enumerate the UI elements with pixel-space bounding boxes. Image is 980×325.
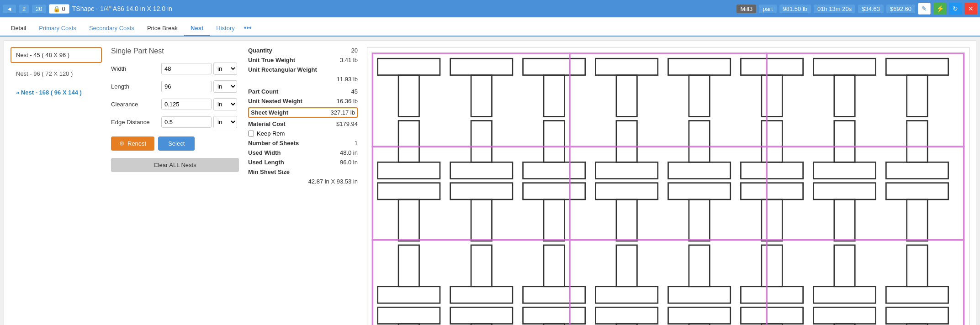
lock-icon: 🔒 xyxy=(53,5,60,12)
nav-prev-button[interactable]: ◄ xyxy=(3,5,16,13)
mill-badge: Mill3 xyxy=(736,5,756,13)
top-bar: ◄ 2 20 🔒 0 TShape - 1/4" A36 14.0 in X 1… xyxy=(0,0,980,17)
length-row: Length in mm xyxy=(111,80,239,93)
nest-item-0[interactable]: Nest - 45 ( 48 X 96 ) xyxy=(11,47,102,63)
nest-item-1[interactable]: Nest - 96 ( 72 X 120 ) xyxy=(11,66,102,82)
num-sheets-stat: Number of Sheets 1 xyxy=(248,140,358,147)
length-unit-select[interactable]: in mm xyxy=(213,80,237,93)
part-count-stat: Part Count 45 xyxy=(248,88,358,95)
unit-nested-weight-value: 16.36 lb xyxy=(337,98,358,105)
used-length-label: Used Length xyxy=(248,159,284,166)
cost2-display: $692.60 xyxy=(886,5,915,13)
length-label: Length xyxy=(111,83,161,90)
material-cost-label: Material Cost xyxy=(248,121,286,127)
renest-button[interactable]: ⚙ Renest xyxy=(111,136,154,151)
unit-nested-weight-stat: Unit Nested Weight 16.36 lb xyxy=(248,98,358,105)
cost1-display: $34.63 xyxy=(858,5,884,13)
edge-distance-input[interactable] xyxy=(161,116,212,128)
tab-secondary-costs[interactable]: Secondary Costs xyxy=(83,21,141,37)
min-sheet-size-value: 42.87 in X 93.53 in xyxy=(308,178,358,185)
edge-unit-select[interactable]: in mm xyxy=(213,116,237,128)
quantity-badge: 20 xyxy=(32,5,46,13)
num-sheets-value: 1 xyxy=(355,140,358,147)
clear-button-container: Clear ALL Nests xyxy=(111,154,239,172)
edit-button[interactable]: ✎ xyxy=(918,3,931,15)
main-content: Nest - 45 ( 48 X 96 ) Nest - 96 ( 72 X 1… xyxy=(4,40,976,325)
tab-price-break[interactable]: Price Break xyxy=(141,21,184,37)
width-row: Width in mm xyxy=(111,63,239,75)
used-width-stat: Used Width 48.0 in xyxy=(248,149,358,156)
tab-detail[interactable]: Detail xyxy=(5,21,32,37)
unit-true-weight-stat: Unit True Weight 3.41 lb xyxy=(248,57,358,63)
time-display: 01h 13m 20s xyxy=(814,5,855,13)
tab-more[interactable]: ••• xyxy=(241,20,254,36)
edge-distance-label: Edge Distance xyxy=(111,119,161,126)
clearance-label: Clearance xyxy=(111,101,161,108)
weight-display: 981.50 lb xyxy=(779,5,811,13)
num-sheets-label: Number of Sheets xyxy=(248,140,299,147)
refresh-button[interactable]: ↻ xyxy=(949,3,962,15)
width-unit-select[interactable]: in mm xyxy=(213,63,237,75)
edge-distance-row: Edge Distance in mm xyxy=(111,116,239,128)
action-buttons: ⚙ Renest Select xyxy=(111,136,239,151)
part-label: part xyxy=(759,5,776,13)
unit-nested-weight-label: Unit Nested Weight xyxy=(248,98,302,105)
part-title: TShape - 1/4" A36 14.0 in X 12.0 in xyxy=(72,5,734,12)
unit-rect-weight-value-row: 11.93 lb xyxy=(248,76,358,83)
clearance-unit-select[interactable]: in mm xyxy=(213,98,237,110)
clear-all-nests-button[interactable]: Clear ALL Nests xyxy=(111,158,239,172)
keep-rem-row: Keep Rem xyxy=(248,130,358,137)
quantity-value: 20 xyxy=(351,47,358,54)
width-input[interactable] xyxy=(161,63,212,74)
select-button[interactable]: Select xyxy=(158,136,195,151)
keep-rem-label: Keep Rem xyxy=(257,130,285,137)
tab-history[interactable]: History xyxy=(210,21,241,37)
unit-true-weight-value: 3.41 lb xyxy=(340,57,358,63)
nav-count: 2 xyxy=(19,5,29,13)
lock-badge: 🔒 0 xyxy=(49,4,69,14)
sheet-weight-label: Sheet Weight xyxy=(251,109,288,116)
length-input[interactable] xyxy=(161,81,212,92)
sheet-weight-value: 327.17 lb xyxy=(331,109,355,116)
top-bar-right: 981.50 lb 01h 13m 20s $34.63 $692.60 ✎ ⚡… xyxy=(779,3,977,15)
used-length-stat: Used Length 96.0 in xyxy=(248,159,358,166)
renest-icon: ⚙ xyxy=(119,140,125,147)
nest-svg xyxy=(367,47,969,325)
clearance-input[interactable] xyxy=(161,99,212,110)
tab-bar: Detail Primary Costs Secondary Costs Pri… xyxy=(0,17,980,37)
nest-item-2[interactable]: » Nest - 168 ( 96 X 144 ) xyxy=(11,84,102,100)
used-width-label: Used Width xyxy=(248,149,281,156)
clearance-row: Clearance in mm xyxy=(111,98,239,110)
used-length-value: 96.0 in xyxy=(340,159,358,166)
width-label: Width xyxy=(111,65,161,72)
unit-rect-weight-label: Unit Rectangular Weight xyxy=(248,66,317,73)
used-width-value: 48.0 in xyxy=(340,149,358,156)
sheet-weight-stat: Sheet Weight 327.17 lb xyxy=(248,107,358,118)
middle-panel: Single Part Nest Width in mm Length in m… xyxy=(111,47,239,325)
nest-preview xyxy=(367,47,969,325)
part-count-value: 45 xyxy=(351,88,358,95)
section-title: Single Part Nest xyxy=(111,47,239,55)
min-sheet-size-label: Min Sheet Size xyxy=(248,168,290,175)
quantity-label: Quantity xyxy=(248,47,272,54)
stats-panel: Quantity 20 Unit True Weight 3.41 lb Uni… xyxy=(248,47,358,325)
keep-rem-checkbox[interactable] xyxy=(248,131,254,136)
quantity-stat: Quantity 20 xyxy=(248,47,358,54)
tab-primary-costs[interactable]: Primary Costs xyxy=(32,21,83,37)
min-sheet-size-value-row: 42.87 in X 93.53 in xyxy=(248,178,358,185)
nest-list: Nest - 45 ( 48 X 96 ) Nest - 96 ( 72 X 1… xyxy=(11,47,102,325)
close-button[interactable]: ✕ xyxy=(964,3,977,15)
unit-rect-weight-value: 11.93 lb xyxy=(337,76,358,83)
bolt-button[interactable]: ⚡ xyxy=(933,3,946,15)
unit-rect-weight-stat: Unit Rectangular Weight xyxy=(248,66,358,73)
material-cost-value: $179.94 xyxy=(336,121,358,127)
unit-true-weight-label: Unit True Weight xyxy=(248,57,295,63)
part-count-label: Part Count xyxy=(248,88,278,95)
min-sheet-size-stat: Min Sheet Size xyxy=(248,168,358,175)
tab-nest[interactable]: Nest xyxy=(184,21,210,37)
material-cost-stat: Material Cost $179.94 xyxy=(248,121,358,127)
